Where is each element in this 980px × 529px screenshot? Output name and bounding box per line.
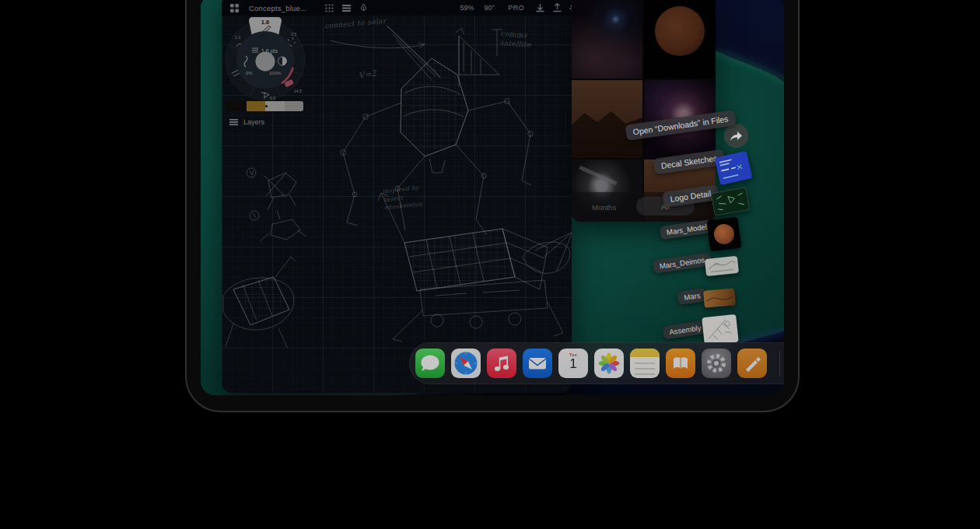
ring-value-1: 1.3 — [235, 35, 240, 40]
stage: connect to solar comms satellite V=2 ins… — [0, 0, 980, 529]
swatch-light[interactable] — [265, 101, 285, 111]
tab-all-label: All — [661, 202, 670, 211]
swatch-gray[interactable] — [285, 101, 303, 111]
photo-mars-planet[interactable] — [644, 0, 716, 79]
open-book-icon — [666, 349, 695, 378]
dock-icon-sketch-pen[interactable] — [737, 349, 767, 378]
gear-icon — [702, 349, 731, 378]
dock-icon-calendar[interactable]: Tue 1 — [558, 349, 588, 378]
canvas-angle[interactable]: 90° — [485, 4, 495, 12]
photo-nebula-blue[interactable] — [572, 0, 642, 79]
opacity-max: 100% — [269, 71, 282, 75]
photos-tab-bar: Months All — [572, 192, 716, 222]
layers-menu-icon — [229, 119, 238, 125]
tab-all[interactable]: All — [636, 197, 695, 215]
dock-icon-books[interactable] — [666, 349, 695, 378]
dock-icon-safari[interactable] — [451, 349, 481, 378]
tool-wheel[interactable]: 1.6 1.3 3.5 14.5 6.9 1.6 pts — [222, 16, 308, 101]
color-strip[interactable] — [226, 101, 303, 111]
notes-line — [635, 363, 655, 364]
flower-icon — [594, 349, 624, 378]
concepts-toolbar: Concepts_blue... 59% 90° PRO — [222, 0, 572, 16]
annotation-satellite: comms satellite — [499, 30, 545, 51]
music-note-icon — [487, 349, 516, 378]
swatch-gold[interactable] — [247, 101, 265, 111]
swatch-selector-dot — [265, 105, 268, 107]
export-icon[interactable] — [552, 3, 562, 13]
pen-icon — [737, 349, 767, 378]
notes-line — [635, 373, 655, 375]
calendar-day: 1 — [558, 357, 588, 372]
tab-months[interactable]: Months — [592, 203, 616, 212]
compass-icon — [451, 349, 481, 378]
share-forward-button[interactable] — [724, 124, 748, 148]
dock-separator — [779, 351, 780, 376]
notes-header — [630, 349, 660, 357]
document-title[interactable]: Concepts_blue... — [249, 4, 307, 12]
dock-icon-notes[interactable] — [630, 349, 660, 378]
import-icon[interactable] — [535, 3, 545, 13]
photos-app-window: Months All — [572, 0, 716, 222]
dock-icon-photos[interactable] — [594, 349, 624, 378]
dock-icon-mail[interactable] — [523, 349, 552, 378]
dock-icon-messages[interactable] — [415, 349, 445, 378]
swatch-black[interactable] — [226, 101, 247, 111]
photo-orion-nebula[interactable] — [644, 80, 716, 158]
ring-value-2: 3.5 — [291, 32, 296, 37]
zoom-level[interactable]: 59% — [460, 4, 474, 12]
forward-arrow-icon — [730, 130, 743, 142]
opacity-min: 0% — [246, 71, 253, 75]
concepts-app-window: connect to solar comms satellite V=2 ins… — [222, 0, 572, 393]
apps-grid-icon[interactable] — [229, 3, 240, 13]
pro-badge[interactable]: PRO — [508, 4, 524, 12]
ring-value-3: 14.5 — [294, 89, 302, 93]
stacked-lines-icon[interactable] — [341, 3, 352, 13]
layers-label: Layers — [243, 118, 264, 126]
brush-preview[interactable] — [256, 52, 275, 72]
dock-icon-music[interactable] — [487, 349, 516, 378]
chat-bubble-icon — [415, 349, 445, 378]
ipad-screen: connect to solar comms satellite V=2 ins… — [201, 0, 784, 395]
active-tool-size: 1.6 — [261, 19, 269, 26]
envelope-icon — [523, 349, 552, 378]
ring-value-4: 6.9 — [270, 96, 275, 100]
dots-grid-icon[interactable] — [324, 3, 334, 13]
nib-icon[interactable] — [359, 3, 369, 13]
annotation-note: inspired by insect exoskeleton — [383, 183, 435, 212]
photo-mars-landscape[interactable] — [572, 80, 642, 158]
layers-button[interactable]: Layers — [229, 118, 264, 126]
notes-line — [635, 368, 655, 370]
dock-icon-settings[interactable] — [702, 349, 731, 378]
